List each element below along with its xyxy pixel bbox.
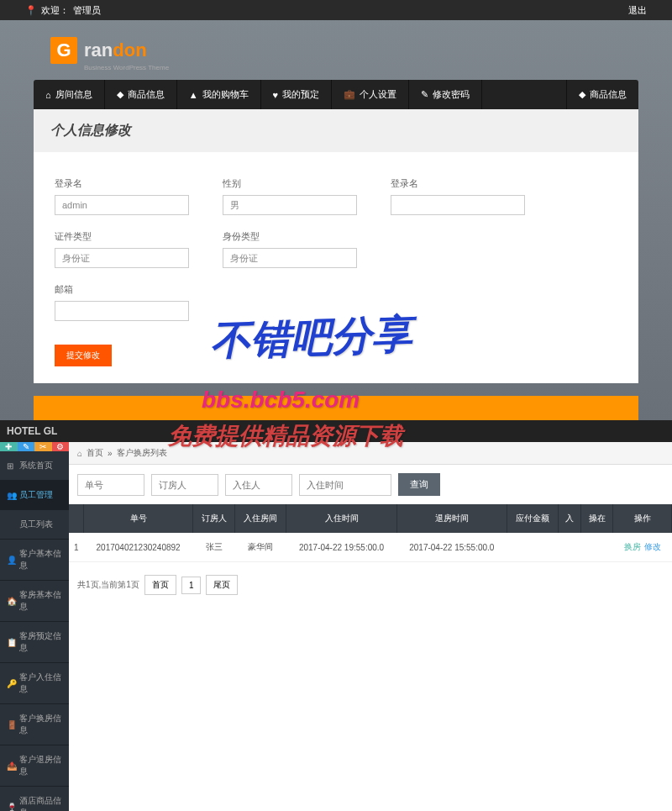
nav-settings[interactable]: 💼个人设置 (332, 80, 409, 109)
th-amount: 应付金额 (507, 504, 558, 533)
key-icon: 🔑 (7, 679, 15, 688)
sidebar: ✚ ✎ ✂ ⚙ ⊞系统首页 👥员工管理 员工列表 👤客户基本信息 🏠客房基本信息… (0, 420, 69, 811)
logout-link[interactable]: 退出 (628, 4, 647, 17)
th-checkout: 退房时间 (396, 504, 507, 533)
nav-room-info[interactable]: ⌂房间信息 (34, 80, 105, 109)
th-idx (69, 504, 84, 533)
users-icon: 👥 (7, 491, 15, 500)
page-first[interactable]: 首页 (144, 575, 176, 595)
sidebar-staff[interactable]: 👥员工管理 (0, 481, 69, 510)
sidebar-change[interactable]: 🚪客户换房信息 (0, 704, 69, 745)
change-room-link[interactable]: 换房 (624, 542, 641, 551)
login-label: 登录名 (55, 177, 189, 190)
th-action: 操作 (613, 504, 672, 533)
page-num[interactable]: 1 (181, 577, 202, 594)
sidebar-customer[interactable]: 👤客户基本信息 (0, 540, 69, 581)
breadcrumb-home[interactable]: 首页 (87, 447, 103, 459)
profile-panel: 个人信息修改 登录名 性别 登录名 证件类型 (34, 109, 638, 383)
sidebar-room[interactable]: 🏠客房基本信息 (0, 581, 69, 622)
th-checkin: 入住时间 (286, 504, 396, 533)
edit-icon: ✎ (421, 89, 428, 100)
heart-icon: ♥ (273, 90, 279, 100)
filter-bar: 查询 (69, 465, 672, 504)
footer-bar (34, 396, 638, 421)
briefcase-icon: 💼 (344, 89, 355, 100)
diamond-icon: ◆ (579, 89, 585, 100)
door-icon: 🚪 (7, 720, 15, 729)
logo-g-icon: G (50, 37, 77, 64)
th-c8: 操在 (581, 504, 613, 533)
list-icon: 📋 (7, 638, 15, 647)
topbar: 📍 欢迎： 管理员 退出 (0, 0, 672, 20)
breadcrumb: ⌂ 首页 » 客户换房列表 (69, 442, 672, 465)
idtype-label: 证件类型 (55, 230, 189, 243)
pin-icon: 📍 (25, 5, 37, 16)
page-last[interactable]: 尾页 (206, 575, 238, 595)
nav-product-info[interactable]: ◆商品信息 (105, 80, 177, 109)
sidebar-home[interactable]: ⊞系统首页 (0, 451, 69, 481)
user-icon: 👤 (7, 556, 15, 565)
pagination: 共1页,当前第1页 首页 1 尾页 (69, 562, 672, 608)
table-row: 1 201704021230240892 张三 豪华间 2017-04-22 1… (69, 533, 672, 562)
submit-button[interactable]: 提交修改 (55, 345, 112, 366)
th-room: 入住房间 (234, 504, 286, 533)
th-c7: 入 (559, 504, 581, 533)
idtype2-input[interactable] (223, 248, 357, 268)
nav-booking[interactable]: ♥我的预定 (261, 80, 333, 109)
house-icon: 🏠 (7, 597, 15, 606)
welcome-prefix: 欢迎： (41, 4, 69, 17)
hotel-header: HOTEL GL (0, 420, 672, 442)
idtype2-label: 身份类型 (223, 230, 357, 243)
search-button[interactable]: 查询 (398, 473, 440, 496)
edit-link[interactable]: 修改 (644, 542, 661, 551)
out-icon: 📤 (7, 761, 15, 771)
home-icon: ⌂ (45, 90, 51, 100)
email-label: 邮箱 (55, 283, 189, 296)
login-input[interactable] (55, 195, 189, 215)
sidebar-products[interactable]: 🍷酒店商品信息 (0, 787, 69, 811)
th-booker: 订房人 (193, 504, 235, 533)
panel-title: 个人信息修改 (34, 109, 638, 152)
filter-time[interactable] (299, 474, 391, 496)
breadcrumb-current: 客户换房列表 (117, 447, 167, 459)
nav-cart[interactable]: ▲我的购物车 (177, 80, 261, 109)
idtype-input[interactable] (55, 248, 189, 268)
tool-3[interactable]: ✂ (34, 442, 52, 451)
page-info: 共1页,当前第1页 (77, 579, 139, 591)
data-table: 单号 订房人 入住房间 入住时间 退房时间 应付金额 入 操在 操作 1 201… (69, 504, 672, 562)
tool-4[interactable]: ⚙ (52, 442, 70, 451)
filter-booker[interactable] (151, 474, 218, 496)
sidebar-checkout[interactable]: 📤客户退房信息 (0, 745, 69, 787)
cart-icon: ▲ (189, 90, 198, 100)
sidebar-booking[interactable]: 📋客房预定信息 (0, 622, 69, 663)
nav-product-right[interactable]: ◆商品信息 (566, 80, 638, 109)
tool-1[interactable]: ✚ (0, 442, 18, 451)
user-role: 管理员 (73, 4, 101, 17)
navbar: ⌂房间信息 ◆商品信息 ▲我的购物车 ♥我的预定 💼个人设置 ✎修改密码 ◆商品… (34, 80, 638, 109)
grid-icon: ⊞ (7, 461, 15, 471)
tool-2[interactable]: ✎ (18, 442, 35, 451)
sidebar-staff-list[interactable]: 员工列表 (0, 510, 69, 540)
filter-order[interactable] (77, 474, 144, 496)
wine-icon: 🍷 (7, 803, 15, 812)
home-icon: ⌂ (77, 449, 82, 458)
login2-input[interactable] (391, 195, 525, 215)
diamond-icon: ◆ (117, 89, 123, 100)
filter-checkin[interactable] (225, 474, 292, 496)
nav-password[interactable]: ✎修改密码 (409, 80, 482, 109)
login2-label: 登录名 (391, 177, 525, 190)
gender-input[interactable] (223, 195, 357, 215)
gender-label: 性别 (223, 177, 357, 190)
email-input[interactable] (55, 301, 189, 321)
logo-subtitle: Business WordPress Theme (34, 64, 672, 71)
sidebar-checkin[interactable]: 🔑客户入住信息 (0, 663, 69, 704)
th-order: 单号 (84, 504, 193, 533)
